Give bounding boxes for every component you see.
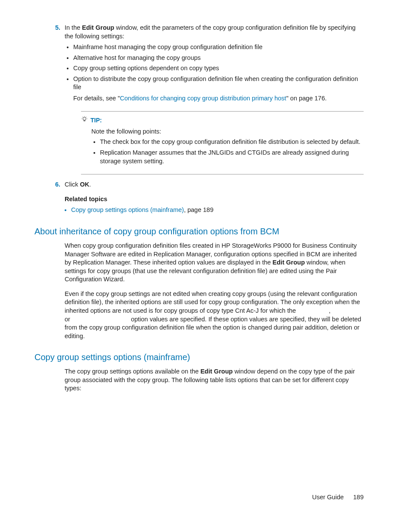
page-content: 5. In the Edit Group window, edit the pa… xyxy=(0,0,411,532)
step-body: In the Edit Group window, edit the param… xyxy=(65,24,364,105)
bold-text: OK xyxy=(80,181,89,188)
bold-text: Edit Group xyxy=(273,259,305,266)
related-topics-heading: Related topics xyxy=(65,195,364,204)
text: " on page 176. xyxy=(286,95,327,102)
tip-note: Note the following points: xyxy=(91,128,364,136)
bold-text: Edit Group xyxy=(82,24,114,31)
text: In the xyxy=(65,24,82,31)
text: Option to distribute the copy group conf… xyxy=(73,75,364,92)
page-footer: User Guide 189 xyxy=(312,493,364,502)
tip-list: The check box for the copy group configu… xyxy=(91,138,364,166)
text: , page 189 xyxy=(184,206,214,213)
step-5: 5. In the Edit Group window, edit the pa… xyxy=(34,24,364,105)
paragraph: The copy group settings options availabl… xyxy=(65,367,364,393)
cross-ref-link[interactable]: Conditions for changing copy group distr… xyxy=(120,95,286,102)
page-number: 189 xyxy=(353,494,364,501)
list-item: Alternative host for managing the copy g… xyxy=(73,54,364,62)
text: Click xyxy=(65,181,80,188)
step-5-list: Mainframe host managing the copy group c… xyxy=(65,43,364,103)
related-topics-list: Copy group settings options (mainframe),… xyxy=(71,206,364,215)
footer-label: User Guide xyxy=(312,494,343,501)
list-item: Copy group setting options dependent on … xyxy=(73,64,364,73)
related-topic-item: Copy group settings options (mainframe),… xyxy=(71,206,364,215)
svg-line-5 xyxy=(86,117,86,117)
list-item: Mainframe host managing the copy group c… xyxy=(73,43,364,52)
text: For details, see " xyxy=(73,95,120,102)
section-heading-inheritance: About inheritance of copy group configur… xyxy=(34,226,364,237)
text: The copy group settings options availabl… xyxy=(65,368,200,375)
paragraph: Even if the copy group settings are not … xyxy=(65,290,364,340)
tip-header: TIP: xyxy=(81,116,364,125)
step-body: Click OK. xyxy=(65,180,364,189)
paragraph: When copy group configuration definition… xyxy=(65,242,364,284)
step-number: 6. xyxy=(53,180,65,189)
related-link[interactable]: Copy group settings options (mainframe) xyxy=(71,206,184,213)
bold-text: Edit Group xyxy=(200,368,233,375)
section-heading-settings: Copy group settings options (mainframe) xyxy=(34,352,364,363)
svg-line-4 xyxy=(83,117,83,117)
list-item: Replication Manager assumes that the JNL… xyxy=(100,149,364,165)
step-number: 5. xyxy=(53,24,65,105)
list-item: Option to distribute the copy group conf… xyxy=(73,75,364,103)
tip-box: TIP: Note the following points: The chec… xyxy=(81,111,364,175)
tip-label: TIP: xyxy=(90,116,102,124)
detail-line: For details, see "Conditions for changin… xyxy=(73,94,364,103)
svg-point-0 xyxy=(83,117,86,120)
lightbulb-icon xyxy=(81,116,88,125)
list-item: The check box for the copy group configu… xyxy=(100,138,364,146)
svg-rect-6 xyxy=(84,120,85,121)
step-6: 6. Click OK. xyxy=(34,180,364,189)
text: . xyxy=(89,181,91,188)
